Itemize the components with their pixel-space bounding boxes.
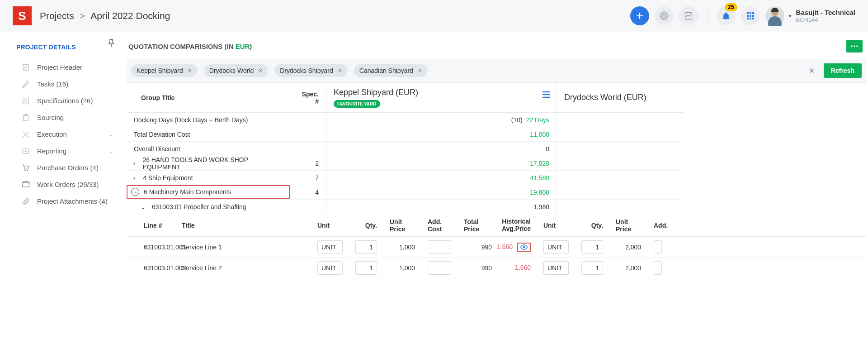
unit-price: 1,000	[383, 258, 421, 278]
unit-price: 1,000	[383, 237, 421, 257]
add-cost-input[interactable]	[428, 261, 451, 275]
settings-button[interactable]	[655, 6, 674, 25]
col-total-price: Total Price	[458, 214, 498, 236]
breadcrumb-root[interactable]: Projects	[40, 10, 74, 21]
unit-price-b: 2,000	[609, 258, 647, 278]
total-price: 990	[458, 258, 498, 278]
chevron-right-icon: ›	[130, 174, 138, 182]
user-info: Basujit - Technical BCH144	[796, 9, 855, 23]
sidebar-item-work-orders[interactable]: Work Orders (29/33)	[0, 176, 123, 193]
more-actions-button[interactable]	[846, 40, 863, 53]
svg-rect-2	[750, 12, 751, 14]
svg-rect-9	[752, 18, 754, 19]
group-row-machinery[interactable]: ⌄6 Machinery Main Components	[127, 185, 290, 200]
spec-value: 7	[290, 171, 326, 185]
chevron-down-icon: ⌄	[108, 131, 113, 138]
sidebar-item-attachments[interactable]: Project Attachments (4)	[0, 193, 123, 210]
unit-input-b[interactable]: UNIT	[543, 261, 569, 275]
qty-input[interactable]: 1	[355, 240, 377, 254]
vendor-b-header: Drydocks World (EUR)	[557, 83, 684, 112]
unit-input[interactable]: UNIT	[317, 240, 343, 254]
notification-count-badge: 25	[725, 3, 737, 11]
col-unit: Unit	[311, 214, 349, 236]
sidebar-item-reporting[interactable]: Reporting ⌄	[0, 143, 123, 159]
col-add-cost-b: Add.	[647, 214, 666, 236]
col-qty: Qty.	[349, 214, 383, 236]
chip-remove-icon[interactable]: ✕	[258, 67, 263, 74]
vendor-a-header: Keppel Shipyard (EUR) FAVOURITE YARD	[326, 83, 557, 112]
row-value: 41,580	[326, 171, 557, 185]
historical-avg: 1,660	[497, 244, 513, 250]
subgroup-row[interactable]: ⌄631003.01 Propeller and Shafting	[127, 200, 290, 214]
svg-point-20	[856, 45, 858, 47]
cart-icon	[21, 163, 30, 172]
line-title: Service Line 1	[175, 237, 311, 257]
tools-icon	[22, 130, 30, 139]
breadcrumb: Projects > April 2022 Docking	[40, 10, 170, 21]
svg-point-18	[851, 45, 853, 47]
user-menu[interactable]: ▼ Basujit - Technical BCH144	[765, 6, 855, 25]
qty-input[interactable]: 1	[355, 261, 377, 275]
col-unit-b: Unit	[537, 214, 575, 236]
spec-value	[290, 113, 326, 127]
filter-chip[interactable]: Canadian Shipyard✕	[354, 64, 428, 77]
svg-rect-4	[747, 15, 749, 17]
analytics-button[interactable]	[679, 6, 698, 25]
header-divider	[707, 8, 708, 24]
ellipsis-icon	[850, 45, 859, 48]
vendor-menu-button[interactable]	[542, 91, 550, 98]
col-unit-price-b: Unit Price	[609, 214, 647, 236]
historical-avg: 1,660	[515, 264, 531, 271]
row-label: Total Deviation Cost	[127, 127, 290, 141]
svg-rect-14	[23, 148, 29, 153]
line-items-header: Line # Title Unit Qty. Unit Price Add. C…	[127, 214, 866, 237]
breadcrumb-page: April 2022 Docking	[90, 10, 170, 21]
sidebar-item-execution[interactable]: Execution ⌄	[0, 126, 123, 143]
add-button[interactable]	[630, 6, 649, 25]
sidebar-item-tasks[interactable]: Tasks (16)	[0, 76, 123, 92]
group-row[interactable]: ›4 Ship Equipment	[127, 171, 290, 185]
bell-icon	[722, 11, 731, 20]
work-order-icon	[21, 180, 30, 189]
refresh-button[interactable]: Refresh	[824, 63, 862, 78]
row-label: Overall Discount	[127, 142, 290, 156]
pin-button[interactable]	[108, 39, 115, 48]
svg-rect-3	[752, 12, 754, 14]
sidebar-item-label: Execution	[37, 130, 67, 138]
view-history-button[interactable]	[517, 243, 531, 252]
user-id: BCH144	[796, 16, 855, 23]
spec-value: 4	[290, 185, 326, 199]
filter-chip[interactable]: Keppel Shipyard✕	[131, 64, 198, 77]
apps-button[interactable]	[741, 6, 760, 25]
add-cost-input-b[interactable]	[654, 240, 662, 254]
svg-point-21	[523, 246, 525, 248]
notifications-button[interactable]: 25	[717, 6, 736, 25]
chip-remove-icon[interactable]: ✕	[338, 67, 342, 74]
chip-remove-icon[interactable]: ✕	[418, 67, 422, 74]
filter-chip[interactable]: Drydocks World✕	[204, 64, 269, 77]
add-cost-input[interactable]	[428, 240, 451, 254]
row-value: 0	[326, 142, 557, 156]
sidebar-item-specifications[interactable]: Specifications (26)	[0, 92, 123, 109]
clear-filters-button[interactable]: ✕	[806, 67, 817, 75]
chip-remove-icon[interactable]: ✕	[188, 67, 192, 74]
add-cost-input-b[interactable]	[654, 261, 662, 275]
header-right: 25 ▼ Basujit - Technical BCH144	[630, 6, 855, 25]
group-row[interactable]: ›26 HAND TOOLS AND WORK SHOP EQUIPMENT	[127, 156, 290, 171]
filter-chip[interactable]: Drydocks Shipyard✕	[274, 64, 348, 77]
unit-input-b[interactable]: UNIT	[543, 240, 569, 254]
app-header: S Projects > April 2022 Docking 25 ▼	[0, 0, 868, 32]
qty-input-b[interactable]: 1	[581, 240, 603, 254]
qty-input-b[interactable]: 1	[581, 261, 603, 275]
header-left: S Projects > April 2022 Docking	[13, 6, 170, 25]
app-logo[interactable]: S	[13, 6, 32, 25]
sidebar-item-project-header[interactable]: Project Header	[0, 59, 123, 76]
sidebar-item-label: Purchase Orders (4)	[37, 164, 99, 172]
sidebar-item-purchase-orders[interactable]: Purchase Orders (4)	[0, 159, 123, 176]
chevron-down-icon: ⌄	[131, 188, 139, 196]
pin-icon	[108, 39, 115, 48]
favourite-yard-badge: FAVOURITE YARD	[334, 100, 380, 108]
unit-input[interactable]: UNIT	[317, 261, 343, 275]
line-item-row: 631003.01.001 Service Line 1 UNIT 1 1,00…	[127, 237, 866, 258]
sidebar-item-sourcing[interactable]: Sourcing	[0, 109, 123, 126]
